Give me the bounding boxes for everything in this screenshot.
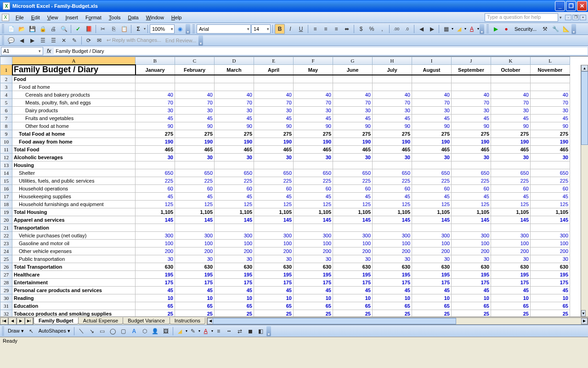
tab-next-button[interactable]: ▶: [17, 317, 25, 325]
cell-data[interactable]: 40: [136, 91, 175, 98]
row-header-6[interactable]: 6: [0, 106, 12, 114]
open-button[interactable]: 📂: [17, 24, 27, 34]
cell-data[interactable]: 195: [215, 270, 254, 278]
cell-data[interactable]: 70: [412, 98, 452, 106]
cell-data[interactable]: 175: [333, 278, 373, 286]
cell-data[interactable]: 90: [412, 122, 452, 130]
cell-data[interactable]: 175: [215, 278, 254, 286]
dash-style-button[interactable]: ┅: [224, 326, 234, 336]
cell-data[interactable]: 100: [294, 239, 333, 247]
cell-data[interactable]: 465: [254, 145, 294, 153]
cell-data[interactable]: 45: [294, 286, 333, 294]
cell-month-header[interactable]: June: [333, 65, 373, 75]
menu-view[interactable]: View: [44, 13, 62, 22]
cell-A21[interactable]: Transportation: [12, 224, 136, 231]
bold-button[interactable]: B: [275, 24, 285, 34]
textbox-button[interactable]: ▢: [119, 326, 129, 336]
cell-data[interactable]: 125: [491, 200, 531, 208]
name-box[interactable]: A1: [1, 47, 43, 55]
cell-A16[interactable]: Household operations: [12, 184, 136, 192]
cell-data[interactable]: 145: [452, 216, 491, 224]
spelling-button[interactable]: ✓: [73, 24, 83, 34]
cell-data[interactable]: 60: [412, 184, 452, 192]
cell-data[interactable]: 175: [412, 278, 452, 286]
cell-data[interactable]: 630: [452, 263, 491, 270]
cell-data[interactable]: 30: [452, 153, 491, 161]
sheet-tab-actual-expense[interactable]: Actual Expense: [78, 317, 123, 324]
cell-A20[interactable]: Apparel and services: [12, 216, 136, 224]
cell-data[interactable]: 10: [491, 294, 531, 302]
cell-data[interactable]: 60: [491, 184, 531, 192]
cell-data[interactable]: 100: [136, 239, 175, 247]
cell-data[interactable]: 25: [254, 310, 294, 316]
cell-empty[interactable]: [136, 83, 175, 91]
cell-data[interactable]: 145: [412, 216, 452, 224]
cell-data[interactable]: 60: [531, 184, 570, 192]
cell-data[interactable]: 175: [136, 278, 175, 286]
cell-data[interactable]: 125: [333, 200, 373, 208]
align-right-button[interactable]: ≡: [331, 24, 341, 34]
cell-data[interactable]: 45: [412, 114, 452, 122]
menu-tools[interactable]: Tools: [105, 13, 124, 22]
cell-data[interactable]: 275: [531, 130, 570, 138]
row-header-24[interactable]: 24: [0, 247, 12, 255]
cell-month-header[interactable]: October: [491, 65, 531, 75]
cell-data[interactable]: 70: [254, 98, 294, 106]
cell-data[interactable]: 630: [412, 263, 452, 270]
cell-empty[interactable]: [294, 161, 333, 169]
cell-data[interactable]: 175: [294, 278, 333, 286]
row-header-3[interactable]: 3: [0, 83, 12, 91]
cell-data[interactable]: 30: [215, 153, 254, 161]
cell-data[interactable]: 45: [136, 192, 175, 200]
cell-data[interactable]: 25: [531, 310, 570, 316]
cell-data[interactable]: 125: [452, 200, 491, 208]
cell-data[interactable]: 90: [294, 122, 333, 130]
cell-A26[interactable]: Total Transportation: [12, 263, 136, 270]
toolbar-overflow[interactable]: ▾: [186, 24, 190, 34]
cell-data[interactable]: 10: [136, 294, 175, 302]
cell-A3[interactable]: Food at home: [12, 83, 136, 91]
cell-data[interactable]: 40: [254, 91, 294, 98]
cell-data[interactable]: 30: [412, 153, 452, 161]
cell-data[interactable]: 40: [215, 91, 254, 98]
minimize-button[interactable]: _: [555, 1, 565, 11]
cell-data[interactable]: 45: [254, 286, 294, 294]
cell-empty[interactable]: [531, 161, 570, 169]
cell-data[interactable]: 30: [294, 106, 333, 114]
cell-data[interactable]: 1,105: [215, 208, 254, 216]
cell-data[interactable]: 30: [491, 153, 531, 161]
cell-data[interactable]: 45: [373, 192, 412, 200]
cell-data[interactable]: 45: [333, 192, 373, 200]
cell-A22[interactable]: Vehicle purchases (net outlay): [12, 231, 136, 239]
research-button[interactable]: 📕: [84, 24, 94, 34]
cell-data[interactable]: 650: [215, 169, 254, 177]
cell-data[interactable]: 65: [136, 302, 175, 310]
row-header-22[interactable]: 22: [0, 231, 12, 239]
toolbar-overflow-4[interactable]: ▾: [198, 35, 203, 46]
help-search-input[interactable]: Type a question for help: [485, 13, 558, 22]
cell-data[interactable]: 45: [491, 114, 531, 122]
cell-month-header[interactable]: November: [531, 65, 570, 75]
row-header-29[interactable]: 29: [0, 286, 12, 294]
cell-A11[interactable]: Total Food: [12, 145, 136, 153]
cell-data[interactable]: 70: [175, 98, 215, 106]
cell-data[interactable]: 65: [452, 302, 491, 310]
row-header-32[interactable]: 32: [0, 310, 12, 316]
cell-data[interactable]: 275: [491, 130, 531, 138]
cell-data[interactable]: 30: [333, 106, 373, 114]
row-header-31[interactable]: 31: [0, 302, 12, 310]
cell-data[interactable]: 630: [531, 263, 570, 270]
cell-data[interactable]: 1,105: [294, 208, 333, 216]
row-header-28[interactable]: 28: [0, 278, 12, 286]
cell-data[interactable]: 465: [412, 145, 452, 153]
cell-data[interactable]: 225: [136, 177, 175, 184]
cell-data[interactable]: 30: [452, 255, 491, 263]
update-file-button[interactable]: ⟳: [84, 35, 94, 46]
cell-empty[interactable]: [294, 224, 333, 231]
font-color-draw-button[interactable]: A: [201, 326, 211, 336]
row-header-11[interactable]: 11: [0, 145, 12, 153]
print-preview-button[interactable]: 🔍: [59, 24, 69, 34]
show-comment-button[interactable]: ☰: [38, 35, 48, 46]
cell-data[interactable]: 65: [294, 302, 333, 310]
cell-empty[interactable]: [531, 83, 570, 91]
